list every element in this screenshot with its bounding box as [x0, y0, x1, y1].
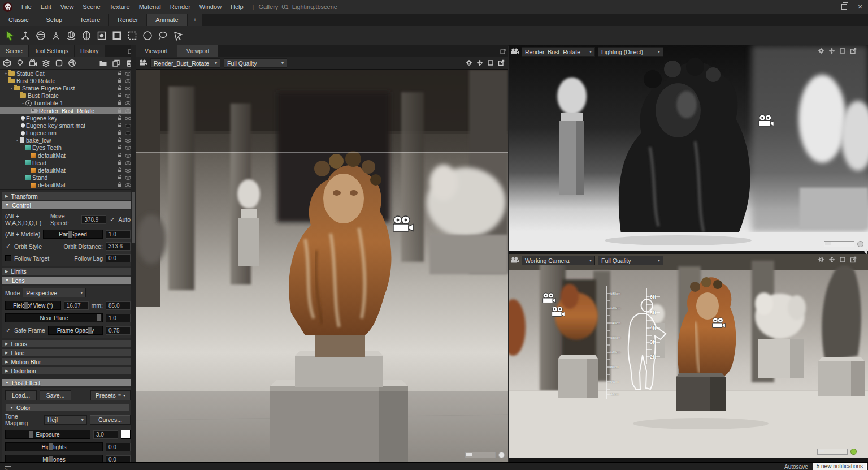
lock-icon[interactable] [118, 152, 122, 159]
translate-tool-icon[interactable] [19, 28, 32, 43]
tree-expander[interactable]: - [3, 78, 8, 84]
scale-cage-tool-icon[interactable] [80, 28, 93, 43]
tree-row-stand[interactable]: -Stand [0, 174, 136, 182]
section-motion-blur[interactable]: Motion Blur [2, 358, 134, 365]
lock-icon[interactable] [118, 130, 122, 136]
save-button[interactable]: Save... [40, 390, 71, 400]
move-speed-field[interactable]: 378.9 [81, 215, 106, 224]
workspace-tab-texture[interactable]: Texture [71, 14, 108, 26]
minimize-button[interactable] [821, 0, 836, 14]
eye-icon[interactable] [125, 152, 131, 159]
workspace-tab-classic[interactable]: Classic [0, 14, 37, 26]
pan-icon[interactable] [476, 59, 483, 67]
light-icon[interactable] [15, 59, 24, 68]
camera-select-dropdown[interactable]: Render_Bust_Rotate▾ [150, 58, 220, 68]
select-rect-tool-icon[interactable] [125, 28, 139, 43]
mm-field[interactable]: 85.0 [106, 301, 131, 310]
select-lasso-tool-icon[interactable] [156, 28, 170, 43]
folder-icon[interactable] [98, 59, 107, 68]
tone-mapping-dropdown[interactable]: Hejl▾ [44, 415, 87, 425]
object-icon[interactable] [54, 59, 63, 68]
pan-icon[interactable] [828, 48, 835, 55]
midtones-slider[interactable]: Midtones [5, 455, 103, 462]
lock-icon[interactable] [118, 174, 122, 181]
select-fill-tool-icon[interactable] [95, 28, 108, 43]
rotate-gimbal-tool-icon[interactable] [64, 28, 78, 43]
safe-frame-checkbox[interactable] [5, 327, 11, 334]
camera-gizmo-icon[interactable] [711, 317, 726, 331]
eye-icon[interactable] [125, 115, 131, 122]
orbit-distance-field[interactable]: 313.6 [106, 242, 131, 251]
menu-material[interactable]: Material [134, 1, 166, 14]
tree-row-render-bust-rotate[interactable]: Render_Bust_Rotate [0, 107, 136, 114]
cube-icon[interactable] [2, 59, 11, 68]
workspace-tab-animate[interactable]: Animate [147, 14, 186, 26]
tree-row-defaultmat[interactable]: defaultMat [0, 166, 136, 174]
duplicate-icon[interactable] [111, 59, 120, 68]
menu-help[interactable]: Help [226, 1, 248, 14]
tree-row-defaultmat[interactable]: defaultMat [0, 152, 136, 159]
quality-select-dropdown[interactable]: Full Quality▾ [224, 58, 287, 68]
viewport-tab-2[interactable]: Viewport [177, 45, 219, 57]
eye-icon[interactable] [125, 130, 131, 136]
tree-row-turntable-1[interactable]: -Turntable 1 [0, 100, 136, 107]
tree-expander[interactable]: - [20, 160, 25, 166]
gear-icon[interactable] [818, 256, 824, 264]
lock-icon[interactable] [118, 159, 122, 166]
menu-render[interactable]: Render [166, 1, 195, 14]
eye-icon[interactable] [125, 122, 131, 129]
lock-icon[interactable] [118, 182, 122, 188]
auto-checkbox[interactable] [109, 216, 115, 223]
gear-icon[interactable] [818, 48, 824, 55]
presets-button[interactable]: Presets≡▾ [90, 390, 131, 400]
tree-row-bust-90-rotate[interactable]: -Bust 90 Rotate [0, 77, 136, 84]
midtones-field[interactable]: 0.0 [106, 455, 131, 463]
eye-icon[interactable] [125, 174, 131, 181]
menu-edit[interactable]: Edit [36, 1, 56, 14]
translate-pivot-tool-icon[interactable] [49, 28, 63, 43]
tree-row-head[interactable]: -Head [0, 159, 136, 166]
exposure-color-swatch[interactable] [121, 430, 131, 439]
tree-row-eugene-key[interactable]: Eugene key [0, 114, 136, 122]
follow-target-checkbox[interactable] [5, 255, 11, 261]
camera-gizmo-icon[interactable] [541, 292, 556, 306]
popout-icon[interactable] [498, 59, 505, 67]
rotate-tool-icon[interactable] [34, 28, 47, 43]
section-limits[interactable]: Limits [2, 268, 134, 275]
collapse-arrow-icon[interactable] [864, 249, 867, 255]
main-viewport-canvas[interactable] [136, 70, 508, 463]
lock-icon[interactable] [118, 100, 122, 106]
lock-icon[interactable] [118, 137, 122, 144]
close-button[interactable]: × [852, 0, 868, 14]
quality-select-dropdown[interactable]: Full Quality▾ [598, 256, 663, 265]
workspace-tab-render[interactable]: Render [109, 14, 146, 26]
popout-icon[interactable] [850, 256, 857, 264]
tree-expander[interactable]: + [3, 71, 8, 76]
pan-speed-slider[interactable]: Pan Speed [43, 230, 103, 239]
section-post-effect[interactable]: Post Effect [2, 379, 134, 386]
fov-field[interactable]: 16.07 [64, 301, 89, 310]
maximize-icon[interactable] [487, 59, 494, 67]
eye-icon[interactable] [125, 159, 131, 166]
layers-icon[interactable] [41, 59, 50, 68]
eye-icon[interactable] [125, 182, 131, 188]
camera-icon[interactable] [28, 59, 37, 68]
notifications-badge[interactable]: 5 new notifications [813, 463, 867, 470]
lock-icon[interactable] [118, 77, 122, 84]
workspace-tab-add[interactable]: + [188, 14, 202, 26]
camera-gizmo-icon[interactable] [391, 215, 414, 235]
tree-row-bust-rotate[interactable]: -Bust Rotate [0, 92, 136, 100]
lock-icon[interactable] [118, 85, 122, 92]
raytrace-indicator[interactable] [850, 449, 857, 455]
gear-icon[interactable] [466, 59, 472, 67]
lock-icon[interactable] [118, 167, 122, 174]
render-indicator[interactable] [498, 452, 505, 458]
tree-expander[interactable]: - [20, 100, 25, 106]
highlights-field[interactable]: 0.0 [106, 443, 131, 451]
orbit-style-checkbox[interactable] [5, 243, 11, 250]
menu-view[interactable]: View [56, 1, 79, 14]
turntable-scrubber[interactable] [465, 452, 496, 458]
menu-texture[interactable]: Texture [105, 1, 134, 14]
section-color[interactable]: Color [6, 404, 129, 411]
select-frame-tool-icon[interactable] [110, 28, 124, 43]
